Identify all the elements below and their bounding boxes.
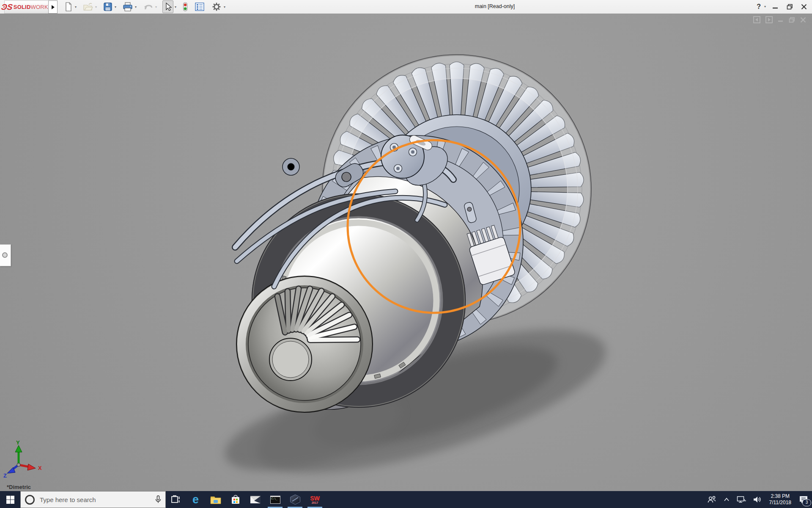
store-icon bbox=[231, 495, 240, 504]
printer-icon bbox=[123, 2, 133, 11]
front-nose-assembly[interactable] bbox=[236, 276, 373, 412]
tray-time: 2:38 PM bbox=[771, 493, 790, 500]
gear-icon bbox=[211, 2, 222, 12]
taskbar-search[interactable] bbox=[20, 491, 166, 508]
triad-x-label: X bbox=[38, 465, 42, 471]
taskbar-command-prompt[interactable]: C:\_ bbox=[265, 491, 285, 508]
close-icon bbox=[801, 4, 807, 10]
undo-arrow-icon bbox=[143, 3, 153, 11]
graphics-viewport[interactable]: Y X Z *Dimetric bbox=[0, 14, 812, 491]
select-dropdown-caret[interactable]: ▾ bbox=[175, 5, 176, 9]
options-dropdown-caret[interactable]: ▾ bbox=[224, 5, 225, 9]
mail-icon bbox=[250, 496, 261, 504]
print-dropdown-caret[interactable]: ▾ bbox=[135, 5, 137, 9]
network-icon bbox=[737, 496, 746, 503]
task-view-icon bbox=[171, 495, 181, 504]
chevron-up-icon bbox=[724, 497, 730, 502]
lifting-lug-small[interactable] bbox=[283, 158, 299, 175]
people-icon bbox=[707, 496, 716, 503]
save-floppy-icon bbox=[103, 2, 112, 11]
task-view-button[interactable] bbox=[166, 491, 186, 508]
document-window-controls bbox=[753, 16, 806, 23]
jet-engine-model[interactable] bbox=[0, 14, 812, 491]
clock[interactable]: 2:38 PM 7/11/2018 bbox=[767, 491, 794, 508]
open-dropdown-caret[interactable]: ▾ bbox=[95, 5, 97, 9]
taskbar-store[interactable] bbox=[225, 491, 245, 508]
edge-icon: e bbox=[192, 494, 199, 505]
stoplight-icon bbox=[183, 2, 188, 12]
windows-logo-icon bbox=[6, 496, 14, 504]
search-input[interactable] bbox=[39, 496, 151, 504]
doc-minimize-button[interactable] bbox=[778, 17, 784, 23]
restore-icon bbox=[787, 4, 793, 10]
options-button[interactable] bbox=[211, 1, 222, 13]
close-button[interactable] bbox=[798, 2, 809, 12]
pane-right-icon bbox=[765, 16, 773, 23]
document-title: main [Read-only] bbox=[440, 0, 550, 13]
undo-dropdown-caret[interactable]: ▾ bbox=[155, 5, 157, 9]
tray-date: 7/11/2018 bbox=[769, 500, 792, 506]
tray-overflow-button[interactable] bbox=[721, 491, 732, 508]
doc-restore-icon bbox=[789, 17, 795, 23]
triad-y-label: Y bbox=[16, 439, 20, 446]
title-bar: ϿS SOLIDWORKS ▾ ▾ bbox=[0, 0, 812, 14]
taskbar-edge[interactable]: e bbox=[186, 491, 206, 508]
action-center-button[interactable]: 3 bbox=[797, 491, 810, 508]
triad-z-label: Z bbox=[3, 472, 7, 478]
microphone-icon[interactable] bbox=[155, 495, 161, 504]
show-feature-pane-button[interactable] bbox=[753, 16, 760, 23]
solidworks-2017-icon: SW 2017 bbox=[310, 495, 320, 504]
volume-icon bbox=[753, 496, 762, 503]
network-button[interactable] bbox=[735, 491, 748, 508]
display-pane-icon bbox=[195, 2, 205, 11]
panel-tab-icon bbox=[2, 252, 8, 258]
new-document-button[interactable] bbox=[63, 1, 74, 13]
hexagon-app-icon bbox=[290, 494, 301, 505]
doc-minimize-icon bbox=[778, 17, 784, 23]
show-task-pane-button[interactable] bbox=[765, 16, 773, 23]
start-button[interactable] bbox=[0, 491, 20, 508]
doc-close-button[interactable] bbox=[800, 17, 806, 23]
doc-restore-button[interactable] bbox=[789, 17, 795, 23]
cortana-icon bbox=[25, 495, 35, 505]
reference-triad: Y X Z bbox=[2, 439, 46, 478]
help-dropdown-caret[interactable]: ▾ bbox=[764, 5, 766, 8]
select-cursor-icon bbox=[164, 2, 172, 11]
system-tray: 2:38 PM 7/11/2018 3 bbox=[705, 491, 812, 508]
new-document-icon bbox=[64, 2, 73, 12]
undo-button[interactable] bbox=[142, 1, 154, 13]
save-dropdown-caret[interactable]: ▾ bbox=[115, 5, 116, 9]
open-folder-icon bbox=[83, 2, 93, 11]
quick-access-toolbar: ▾ ▾ ▾ bbox=[63, 0, 226, 14]
minimize-icon bbox=[772, 4, 778, 10]
save-button[interactable] bbox=[102, 1, 113, 13]
restore-button[interactable] bbox=[784, 2, 795, 12]
taskbar-solidworks[interactable]: SW 2017 bbox=[305, 491, 325, 508]
windows-taskbar: e C:\_ SW bbox=[0, 491, 812, 508]
solidworks-logo[interactable]: ϿS SOLIDWORKS bbox=[4, 0, 49, 14]
print-button[interactable] bbox=[122, 1, 134, 13]
volume-button[interactable] bbox=[751, 491, 764, 508]
collapsed-panel-tab[interactable] bbox=[0, 244, 11, 266]
help-button[interactable]: ? bbox=[757, 3, 761, 11]
file-explorer-icon bbox=[210, 495, 221, 504]
taskbar-file-explorer[interactable] bbox=[206, 491, 225, 508]
notification-badge: 3 bbox=[802, 499, 811, 506]
new-dropdown-caret[interactable]: ▾ bbox=[75, 5, 77, 9]
people-button[interactable] bbox=[705, 491, 719, 508]
display-pane-button[interactable] bbox=[194, 1, 206, 13]
taskbar-mail[interactable] bbox=[245, 491, 265, 508]
doc-close-icon bbox=[800, 17, 806, 23]
view-orientation-label: *Dimetric bbox=[7, 484, 31, 490]
select-tool-button[interactable] bbox=[162, 0, 173, 13]
open-document-button[interactable] bbox=[82, 1, 94, 13]
brand-bold-text: SOLID bbox=[14, 4, 31, 10]
markup-stoplight-button[interactable] bbox=[182, 1, 189, 13]
pane-left-icon bbox=[753, 16, 760, 23]
minimize-button[interactable] bbox=[770, 2, 781, 12]
menu-expand-button[interactable] bbox=[48, 0, 58, 14]
command-prompt-icon: C:\_ bbox=[270, 496, 280, 504]
flyout-arrow-icon bbox=[51, 5, 55, 10]
ds-swoosh-icon: ϿS bbox=[1, 3, 13, 12]
taskbar-hexagon-app[interactable] bbox=[285, 491, 305, 508]
